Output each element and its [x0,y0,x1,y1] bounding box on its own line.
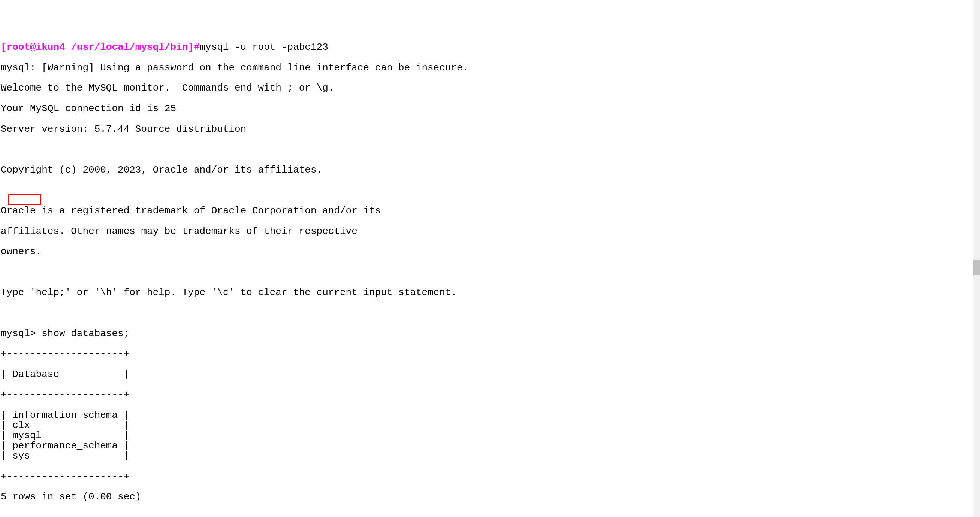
blank-line [1,308,979,318]
prompt-prefix: [root@ikun4 /usr/local/mysql/bin]# [1,41,200,53]
mysql-help: Type 'help;' or '\h' for help. Type '\c'… [1,287,979,298]
table-row: | mysql | [1,431,979,441]
table-header: | Database | [1,370,979,380]
mysql-command: show databases; [41,328,129,339]
blank-line [1,512,979,517]
mysql-query-line: mysql> show databases; [1,329,979,339]
table-border-top: +--------------------+ [1,349,979,359]
mysql-trademark: owners. [1,247,979,257]
blank-line [1,144,979,155]
table-border-bottom: +--------------------+ [1,472,979,482]
shell-command: mysql -u root -pabc123 [200,41,328,53]
scrollbar-track[interactable] [973,0,980,517]
mysql-conn-id: Your MySQL connection id is 25 [1,104,979,114]
mysql-warning: mysql: [Warning] Using a password on the… [1,63,979,73]
scrollbar-thumb[interactable] [973,260,980,275]
mysql-trademark: affiliates. Other names may be trademark… [1,227,979,236]
mysql-welcome: Welcome to the MySQL monitor. Commands e… [1,83,979,93]
mysql-prompt: mysql> [1,328,41,339]
table-row: | sys | [1,451,979,461]
mysql-version: Server version: 5.7.44 Source distributi… [1,124,979,135]
table-row: | clx | [1,420,979,431]
table-body: | information_schema || clx || mysql || … [1,410,979,461]
table-footer: 5 rows in set (0.00 sec) [1,492,979,502]
mysql-copyright: Copyright (c) 2000, 2023, Oracle and/or … [1,165,979,175]
mysql-trademark: Oracle is a registered trademark of Orac… [1,206,979,216]
table-border-mid: +--------------------+ [1,390,979,400]
table-row: | information_schema | [1,410,979,420]
blank-line [1,267,979,278]
table-row: | performance_schema | [1,441,979,451]
highlight-annotation [8,194,41,205]
blank-line [1,185,979,195]
shell-prompt-line: [root@ikun4 /usr/local/mysql/bin]#mysql … [1,42,979,52]
